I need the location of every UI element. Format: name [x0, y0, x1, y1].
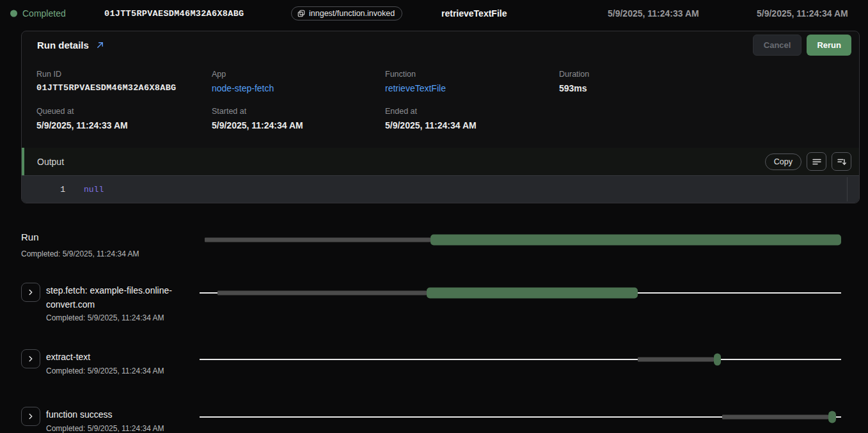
step-title: extract-text: [46, 350, 192, 365]
line-number: 1: [40, 185, 65, 194]
timeline-segment-gray: [205, 238, 430, 242]
copy-icon: [297, 10, 305, 17]
ended-timestamp: 5/9/2025, 11:24:34 AM: [757, 8, 848, 19]
timeline-row-extract-text: extract-text Completed: 5/9/2025, 11:24:…: [21, 349, 841, 375]
field-run-id: Run ID 01JTT5RPVAESDM46M32A6X8ABG: [36, 70, 212, 93]
output-code-viewer: 1 null: [22, 175, 859, 203]
expand-step-button[interactable]: [21, 349, 40, 368]
field-label: Ended at: [385, 107, 559, 116]
timeline-segment-line: [836, 416, 841, 418]
field-started-at: Started at 5/9/2025, 11:24:34 AM: [212, 107, 385, 130]
step-label-area: function success Completed: 5/9/2025, 11…: [40, 407, 200, 433]
expand-step-button[interactable]: [21, 407, 40, 426]
trigger-event-label: inngest/function.invoked: [309, 9, 395, 18]
output-section-header: Output Copy: [22, 148, 859, 175]
step-timeline-track: [200, 349, 841, 370]
run-metadata-grid: Run ID 01JTT5RPVAESDM46M32A6X8ABG App no…: [22, 58, 859, 148]
step-label-area: extract-text Completed: 5/9/2025, 11:24:…: [40, 349, 200, 375]
output-value: null: [84, 185, 104, 194]
timeline-segment-gray: [217, 291, 427, 295]
step-timeline-track: [200, 283, 841, 303]
step-timeline-track: [200, 407, 841, 427]
output-accent-bar: [22, 148, 24, 175]
field-value: 593ms: [559, 83, 844, 93]
field-duration: Duration 593ms: [559, 70, 844, 93]
field-function: Function retrieveTextFile: [385, 70, 559, 93]
step-completed: Completed: 5/9/2025, 11:24:34 AM: [46, 366, 192, 375]
status-dot-icon: [10, 10, 17, 17]
field-ended-at: Ended at 5/9/2025, 11:24:34 AM: [385, 107, 559, 130]
chevron-right-icon: [26, 288, 35, 297]
timeline-segment-line: [638, 292, 841, 294]
copy-output-button[interactable]: Copy: [765, 154, 801, 170]
step-completed: Completed: 5/9/2025, 11:24:34 AM: [46, 424, 192, 433]
timeline-segment-dot: [714, 354, 721, 366]
timeline-segment-line: [721, 359, 841, 360]
run-timeline-track: [205, 232, 841, 248]
timeline-row-label-area: Run Completed: 5/9/2025, 11:24:34 AM: [21, 232, 205, 258]
step-label-area: step.fetch: example-files.online-convert…: [40, 283, 200, 322]
timeline-segment-dot: [828, 411, 836, 423]
timeline-segment-gray: [722, 415, 828, 420]
timeline-segment-line: [200, 292, 217, 294]
field-label: Duration: [559, 70, 844, 79]
field-value: 5/9/2025, 11:24:34 AM: [385, 120, 559, 130]
timeline-row-run: Run Completed: 5/9/2025, 11:24:34 AM: [21, 232, 841, 258]
timeline-segment-line: [200, 359, 638, 360]
cancel-button[interactable]: Cancel: [753, 35, 802, 56]
trigger-event-badge[interactable]: inngest/function.invoked: [291, 6, 402, 20]
panel-title: Run details: [37, 40, 89, 51]
vertical-scrollbar[interactable]: [847, 177, 848, 201]
field-value: 01JTT5RPVAESDM46M32A6X8ABG: [36, 83, 212, 93]
status-label: Completed: [22, 8, 66, 19]
step-title: step.fetch: example-files.online-convert…: [46, 284, 192, 311]
timeline-segment-line: [200, 416, 722, 418]
run-row-title: Run: [21, 232, 194, 242]
timeline-row-function-success: function success Completed: 5/9/2025, 11…: [21, 407, 841, 433]
output-title: Output: [37, 157, 64, 167]
field-label: Function: [385, 70, 559, 79]
chevron-right-icon: [26, 354, 35, 363]
output-actions: Copy: [765, 152, 851, 171]
field-value: 5/9/2025, 11:24:33 AM: [36, 120, 212, 130]
external-link-icon[interactable]: [96, 41, 104, 49]
expand-step-button[interactable]: [21, 283, 40, 302]
step-title: function success: [46, 408, 192, 422]
chevron-right-icon: [26, 412, 35, 421]
queued-timestamp: 5/9/2025, 11:24:33 AM: [608, 8, 699, 19]
function-name: retrieveTextFile: [441, 8, 507, 19]
function-link[interactable]: retrieveTextFile: [385, 83, 559, 93]
field-app: App node-step-fetch: [212, 70, 385, 93]
panel-actions: Cancel Rerun: [753, 35, 851, 56]
run-timeline: Run Completed: 5/9/2025, 11:24:34 AM ste…: [21, 232, 841, 433]
run-details-panel: Run details Cancel Rerun Run ID 01JTT5RP…: [21, 31, 860, 203]
field-label: App: [212, 70, 385, 79]
run-summary-bar: Completed 01JTT5RPVAESDM46M32A6X8ABG inn…: [0, 0, 868, 27]
field-label: Queued at: [36, 107, 212, 116]
app-link[interactable]: node-step-fetch: [212, 83, 385, 93]
rerun-button[interactable]: Rerun: [807, 35, 851, 56]
field-label: Run ID: [36, 70, 212, 79]
timeline-segment-green: [430, 235, 841, 246]
run-row-completed: Completed: 5/9/2025, 11:24:34 AM: [21, 249, 194, 258]
field-label: Started at: [212, 107, 385, 116]
timeline-segment-green: [427, 288, 638, 299]
word-wrap-icon[interactable]: [807, 152, 826, 171]
run-id: 01JTT5RPVAESDM46M32A6X8ABG: [104, 9, 244, 19]
scroll-to-bottom-icon[interactable]: [832, 152, 851, 171]
panel-header: Run details Cancel Rerun: [22, 31, 859, 58]
timeline-row-step-fetch: step.fetch: example-files.online-convert…: [21, 283, 841, 322]
step-completed: Completed: 5/9/2025, 11:24:34 AM: [46, 313, 192, 322]
field-value: 5/9/2025, 11:24:34 AM: [212, 120, 385, 130]
timeline-segment-gray: [638, 358, 714, 362]
field-queued-at: Queued at 5/9/2025, 11:24:33 AM: [36, 107, 212, 130]
